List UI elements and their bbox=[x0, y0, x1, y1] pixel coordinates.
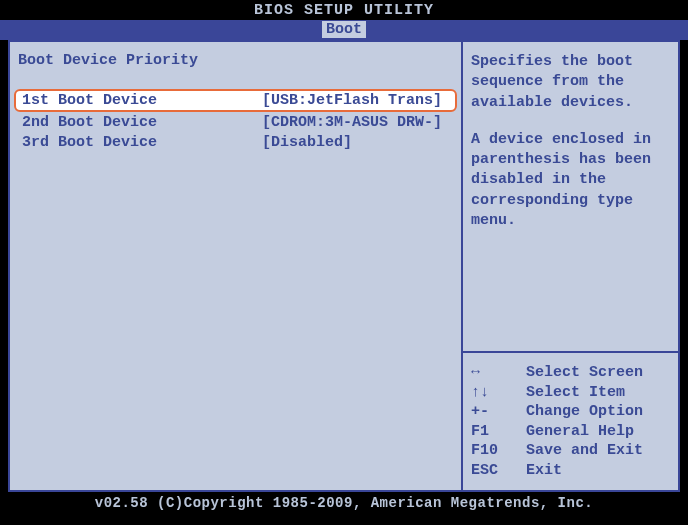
hint-label: Change Option bbox=[526, 402, 643, 422]
boot-item-value: [Disabled] bbox=[262, 134, 449, 151]
help-text-1: Specifies the boot sequence from the ava… bbox=[471, 52, 670, 113]
hint-key: ESC bbox=[471, 461, 526, 481]
tab-boot[interactable]: Boot bbox=[322, 21, 366, 38]
boot-item-label: 2nd Boot Device bbox=[22, 114, 262, 131]
hint-label: General Help bbox=[526, 422, 634, 442]
hint-exit: ESC Exit bbox=[471, 461, 670, 481]
footer-text: v02.58 (C)Copyright 1985-2009, American … bbox=[95, 495, 593, 511]
tab-bar: Boot bbox=[0, 20, 688, 40]
boot-item-label: 1st Boot Device bbox=[22, 92, 262, 109]
hint-general-help: F1 General Help bbox=[471, 422, 670, 442]
hint-list: ↔ Select Screen ↑↓ Select Item +- Change… bbox=[471, 341, 670, 480]
divider bbox=[463, 351, 678, 353]
boot-item-2[interactable]: 2nd Boot Device [CDROM:3M-ASUS DRW-] bbox=[18, 113, 453, 132]
panel-title: Boot Device Priority bbox=[18, 52, 453, 69]
help-text-2: A device enclosed in parenthesis has bee… bbox=[471, 130, 670, 231]
main-panel: Boot Device Priority 1st Boot Device [US… bbox=[10, 42, 463, 490]
boot-item-3[interactable]: 3rd Boot Device [Disabled] bbox=[18, 133, 453, 152]
content-area: Boot Device Priority 1st Boot Device [US… bbox=[8, 40, 680, 492]
hint-label: Select Screen bbox=[526, 363, 643, 383]
hint-select-item: ↑↓ Select Item bbox=[471, 383, 670, 403]
boot-item-value: [USB:JetFlash Trans] bbox=[262, 92, 449, 109]
hint-label: Select Item bbox=[526, 383, 625, 403]
title-bar: BIOS SETUP UTILITY bbox=[0, 0, 688, 20]
bios-screen: BIOS SETUP UTILITY Boot Boot Device Prio… bbox=[0, 0, 688, 525]
boot-item-1[interactable]: 1st Boot Device [USB:JetFlash Trans] bbox=[14, 89, 457, 112]
hint-key: +- bbox=[471, 402, 526, 422]
app-title: BIOS SETUP UTILITY bbox=[254, 2, 434, 19]
hint-label: Exit bbox=[526, 461, 562, 481]
hint-label: Save and Exit bbox=[526, 441, 643, 461]
footer: v02.58 (C)Copyright 1985-2009, American … bbox=[0, 492, 688, 511]
hint-save-exit: F10 Save and Exit bbox=[471, 441, 670, 461]
hint-change-option: +- Change Option bbox=[471, 402, 670, 422]
hint-key: ↔ bbox=[471, 363, 526, 383]
boot-item-value: [CDROM:3M-ASUS DRW-] bbox=[262, 114, 449, 131]
hint-key: F10 bbox=[471, 441, 526, 461]
hint-key: ↑↓ bbox=[471, 383, 526, 403]
help-panel: Specifies the boot sequence from the ava… bbox=[463, 42, 678, 490]
hint-select-screen: ↔ Select Screen bbox=[471, 363, 670, 383]
boot-item-label: 3rd Boot Device bbox=[22, 134, 262, 151]
hint-key: F1 bbox=[471, 422, 526, 442]
